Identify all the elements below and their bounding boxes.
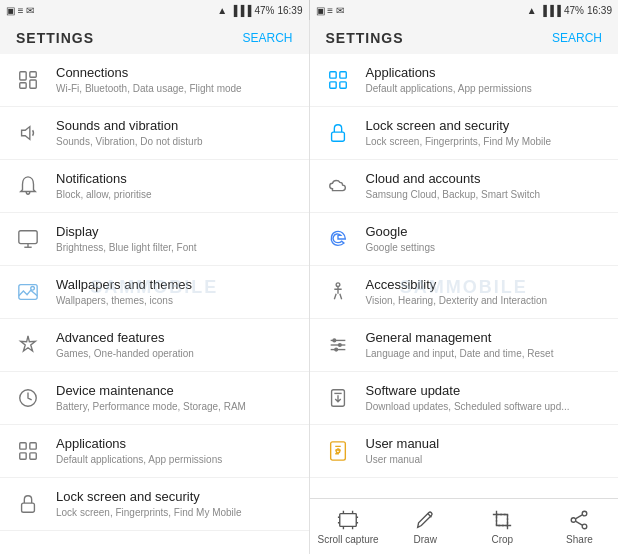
scroll-capture-label: Scroll capture — [317, 534, 378, 545]
cloud-name: Cloud and accounts — [366, 171, 607, 188]
apps-right-desc: Default applications, App permissions — [366, 82, 607, 95]
list-item[interactable]: Lock screen and security Lock screen, Fi… — [310, 107, 619, 160]
sounds-text: Sounds and vibration Sounds, Vibration, … — [56, 118, 297, 149]
list-item[interactable]: Display Brightness, Blue light filter, F… — [0, 213, 309, 266]
svg-point-38 — [583, 524, 588, 529]
list-item[interactable]: Notifications Block, allow, prioritise — [0, 160, 309, 213]
apps-right-text: Applications Default applications, App p… — [366, 65, 607, 96]
svg-rect-35 — [497, 515, 508, 526]
manual-text: User manual User manual — [366, 436, 607, 467]
wallpaper-name: Wallpapers and themes — [56, 277, 297, 294]
scroll-capture-button[interactable]: Scroll capture — [310, 499, 387, 554]
svg-point-37 — [572, 518, 577, 523]
svg-point-25 — [332, 339, 335, 342]
crop-icon — [490, 508, 514, 532]
svg-rect-1 — [20, 83, 26, 89]
list-item[interactable]: ? User manual User manual — [310, 425, 619, 478]
software-desc: Download updates, Scheduled software upd… — [366, 400, 607, 413]
sounds-name: Sounds and vibration — [56, 118, 297, 135]
signal-icon-left: ▐▐▐ — [230, 5, 251, 16]
apps-text: Applications Default applications, App p… — [56, 436, 297, 467]
sounds-desc: Sounds, Vibration, Do not disturb — [56, 135, 297, 148]
left-search-button[interactable]: SEARCH — [242, 31, 292, 45]
svg-rect-17 — [339, 72, 345, 78]
svg-marker-4 — [22, 127, 30, 140]
advanced-desc: Games, One-handed operation — [56, 347, 297, 360]
cloud-desc: Samsung Cloud, Backup, Smart Switch — [366, 188, 607, 201]
general-name: General management — [366, 330, 607, 347]
list-item[interactable]: Connections Wi-Fi, Bluetooth, Data usage… — [0, 54, 309, 107]
accessibility-text: Accessibility Vision, Hearing, Dexterity… — [366, 277, 607, 308]
list-item[interactable]: Advanced features Games, One-handed oper… — [0, 319, 309, 372]
advanced-text: Advanced features Games, One-handed oper… — [56, 330, 297, 361]
draw-icon — [413, 508, 437, 532]
svg-rect-2 — [30, 72, 36, 78]
list-item[interactable]: Lock screen and security Lock screen, Fi… — [0, 478, 309, 531]
android-icons-right: ▣ ≡ ✉ — [316, 5, 344, 16]
left-title: SETTINGS — [16, 30, 94, 46]
list-item[interactable]: Sounds and vibration Sounds, Vibration, … — [0, 107, 309, 160]
advanced-icon — [12, 329, 44, 361]
right-settings-list: Applications Default applications, App p… — [310, 54, 619, 498]
svg-point-36 — [583, 511, 588, 516]
list-item[interactable]: Google Google settings — [310, 213, 619, 266]
time-left: 16:39 — [277, 5, 302, 16]
sound-icon — [12, 117, 44, 149]
list-item[interactable]: Applications Default applications, App p… — [0, 425, 309, 478]
crop-button[interactable]: Crop — [464, 499, 541, 554]
svg-point-21 — [336, 283, 340, 287]
svg-rect-0 — [20, 72, 26, 80]
crop-label: Crop — [491, 534, 513, 545]
list-item[interactable]: General management Language and input, D… — [310, 319, 619, 372]
list-item[interactable]: Software update Download updates, Schedu… — [310, 372, 619, 425]
svg-rect-18 — [329, 82, 335, 88]
apps-desc: Default applications, App permissions — [56, 453, 297, 466]
general-desc: Language and input, Date and time, Reset — [366, 347, 607, 360]
lock-name: Lock screen and security — [56, 489, 297, 506]
notifications-icon — [12, 170, 44, 202]
list-item[interactable]: Cloud and accounts Samsung Cloud, Backup… — [310, 160, 619, 213]
svg-rect-13 — [20, 453, 26, 459]
time-right: 16:39 — [587, 5, 612, 16]
share-button[interactable]: Share — [541, 499, 618, 554]
scroll-capture-icon — [336, 508, 360, 532]
list-item[interactable]: Wallpapers and themes Wallpapers, themes… — [0, 266, 309, 319]
connections-desc: Wi-Fi, Bluetooth, Data usage, Flight mod… — [56, 82, 297, 95]
draw-button[interactable]: Draw — [387, 499, 464, 554]
display-icon — [12, 223, 44, 255]
status-bar-left: ▣ ≡ ✉ ▲ ▐▐▐ 47% 16:39 — [0, 0, 309, 20]
display-name: Display — [56, 224, 297, 241]
list-item[interactable]: Applications Default applications, App p… — [310, 54, 619, 107]
lock-left-icon — [12, 488, 44, 520]
cloud-icon — [322, 170, 354, 202]
apps-name: Applications — [56, 436, 297, 453]
signal-icon-right: ▐▐▐ — [540, 5, 561, 16]
svg-rect-11 — [20, 443, 26, 449]
accessibility-desc: Vision, Hearing, Dexterity and Interacti… — [366, 294, 607, 307]
notifications-name: Notifications — [56, 171, 297, 188]
status-bar-right: ▣ ≡ ✉ ▲ ▐▐▐ 47% 16:39 — [310, 0, 619, 20]
apps-right-name: Applications — [366, 65, 607, 82]
software-text: Software update Download updates, Schedu… — [366, 383, 607, 414]
svg-rect-15 — [22, 503, 35, 512]
svg-rect-12 — [30, 443, 36, 449]
notifications-desc: Block, allow, prioritise — [56, 188, 297, 201]
svg-rect-16 — [329, 72, 335, 78]
svg-point-26 — [338, 344, 341, 347]
google-text: Google Google settings — [366, 224, 607, 255]
share-label: Share — [566, 534, 593, 545]
software-icon — [322, 382, 354, 414]
notifications-text: Notifications Block, allow, prioritise — [56, 171, 297, 202]
device-name: Device maintenance — [56, 383, 297, 400]
list-item[interactable]: Accessibility Vision, Hearing, Dexterity… — [310, 266, 619, 319]
left-settings-list: Connections Wi-Fi, Bluetooth, Data usage… — [0, 54, 309, 554]
right-search-button[interactable]: SEARCH — [552, 31, 602, 45]
wifi-icon-right: ▲ — [527, 5, 537, 16]
display-desc: Brightness, Blue light filter, Font — [56, 241, 297, 254]
lock-text: Lock screen and security Lock screen, Fi… — [56, 489, 297, 520]
left-header: SETTINGS SEARCH — [0, 20, 309, 54]
advanced-name: Advanced features — [56, 330, 297, 347]
list-item[interactable]: Device maintenance Battery, Performance … — [0, 372, 309, 425]
connections-name: Connections — [56, 65, 297, 82]
svg-line-39 — [576, 521, 582, 525]
